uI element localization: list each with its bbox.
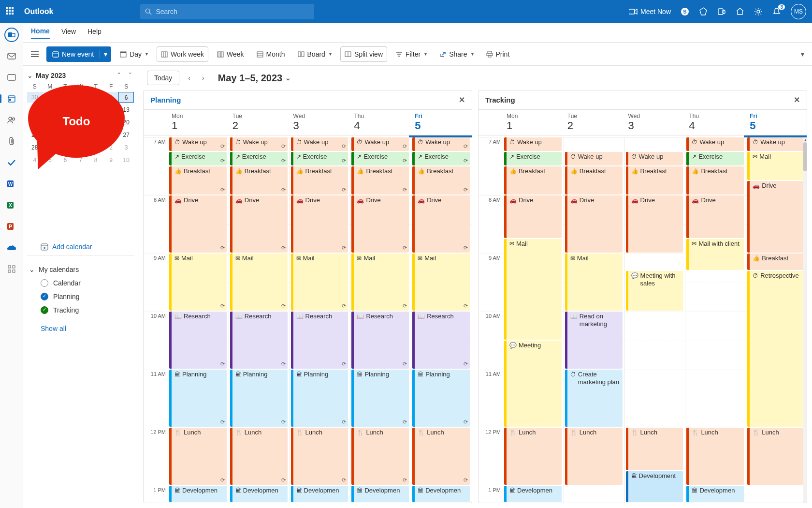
calendar-event[interactable]: ✉Mail⟳ [230,254,288,311]
calendar-event[interactable]: 👍Breakfast [747,254,805,270]
calendar-event[interactable]: ⏱Wake up [565,152,623,165]
calendar-event[interactable]: 🍴Lunch⟳ [230,428,288,485]
hamburger-icon[interactable] [28,47,42,61]
calendar-event[interactable]: 🍴Lunch [747,428,805,485]
outbox-icon[interactable] [736,7,744,16]
scrollbar[interactable]: ▴ [803,137,807,503]
next-week[interactable]: › [199,72,207,84]
calendar-event[interactable]: ⏱Wake up⟳ [291,137,348,151]
add-calendar-link[interactable]: Add calendar [41,243,132,251]
day-column[interactable]: ⏱Wake up⟳↗Exercise⟳👍Breakfast⟳🚗Drive⟳✉Ma… [290,137,350,503]
calendar-event[interactable]: 🚗Drive [686,195,744,238]
rail-excel[interactable]: X [3,196,20,214]
calendar-event[interactable]: 🚗Drive [565,195,623,253]
view-work-week[interactable]: Work week [157,46,208,62]
calendar-event[interactable]: ✉Mail⟳ [351,254,409,311]
day-column[interactable]: ⏱Wake up✉Mail🚗Drive👍Breakfast⏱Retrospect… [746,137,807,503]
view-month[interactable]: Month [253,46,289,62]
day-column[interactable]: ⏱Wake up⟳↗Exercise⟳👍Breakfast⟳🚗Drive⟳✉Ma… [411,137,472,503]
calendar-event[interactable]: ↗Exercise⟳ [291,152,348,165]
calendar-entry-tracking[interactable]: Tracking [27,303,134,317]
day-header[interactable]: Fri5 [746,110,807,135]
calendar-event[interactable]: 📖Research⟳ [230,312,288,369]
day-column[interactable]: ⏱Wake up↗Exercise👍Breakfast🚗Drive✉Mail w… [685,137,746,503]
calendar-event[interactable]: 👍Breakfast⟳ [351,166,409,194]
day-column[interactable]: ⏱Wake up⟳↗Exercise⟳👍Breakfast⟳🚗Drive⟳✉Ma… [350,137,411,503]
rail-mail[interactable] [3,47,20,65]
prev-week[interactable]: ‹ [185,72,193,84]
calendar-event[interactable]: ✉Mail⟳ [412,254,470,311]
print-button[interactable]: Print [482,46,514,62]
rail-more-apps[interactable] [3,260,20,278]
day-header[interactable]: Tue2 [229,110,290,135]
rail-people[interactable] [3,111,20,129]
premium-icon[interactable] [699,7,708,16]
calendar-event[interactable]: 👍Breakfast⟳ [412,166,470,194]
calendar-entry-calendar[interactable]: Calendar [27,276,134,290]
calendar-event[interactable]: ↗Exercise⟳ [351,152,409,165]
calendar-event[interactable]: 🍴Lunch [686,428,744,485]
new-event-button[interactable]: New event ▾ [46,46,111,62]
rail-word[interactable]: W [3,175,20,193]
calendar-event[interactable]: 👍Breakfast⟳ [291,166,348,194]
calendar-event[interactable]: 🍴Lunch [504,428,562,485]
day-column[interactable]: ⏱Wake up⟳↗Exercise⟳👍Breakfast⟳🚗Drive⟳✉Ma… [168,137,229,503]
calendar-event[interactable]: 🏛Developmen [169,486,227,502]
day-column[interactable]: ⏱Wake up↗Exercise👍Breakfast🚗Drive✉Mail💬M… [503,137,564,503]
calendar-entry-planning[interactable]: Planning [27,290,134,303]
day-header[interactable]: Mon1 [168,110,229,135]
calendar-event[interactable]: 🏛Developmen [686,486,744,502]
filter-button[interactable]: Filter▾ [392,46,431,62]
chevron-down-icon[interactable]: ⌄ [27,72,33,79]
calendar-event[interactable]: ↗Exercise⟳ [412,152,470,165]
calendar-event[interactable]: 📖Research⟳ [412,312,470,369]
rail-onedrive[interactable] [3,239,20,256]
calendar-event[interactable]: 👍Breakfast⟳ [230,166,288,194]
calendar-event[interactable]: 🏛Planning⟳ [169,370,227,427]
day-column[interactable]: ⏱Wake up👍Breakfast🚗Drive💬Meeting with sa… [624,137,685,503]
mini-cal-day[interactable]: 8 [88,155,103,165]
calendar-event[interactable]: 🏛Development [626,471,683,502]
day-column[interactable]: ⏱Wake up⟳↗Exercise⟳👍Breakfast⟳🚗Drive⟳✉Ma… [229,137,290,503]
calendar-event[interactable]: 🚗Drive [626,195,683,253]
rail-powerpoint[interactable]: P [3,218,20,235]
calendar-event[interactable]: ✉Mail [747,152,805,180]
calendar-event[interactable]: 📖Research⟳ [291,312,348,369]
calendar-event[interactable]: ⏱Wake up [747,137,805,151]
calendar-event[interactable]: 🏛Developmen [504,486,562,502]
meet-now-button[interactable]: Meet Now [629,7,671,16]
calendar-event[interactable]: 👍Breakfast [626,166,683,194]
toolbar-overflow[interactable]: ▾ [798,50,807,58]
calendar-event[interactable]: 🚗Drive⟳ [230,195,288,253]
calendar-event[interactable]: 🏛Planning⟳ [230,370,288,427]
app-launcher-icon[interactable] [6,7,15,16]
calendar-event[interactable]: 🚗Drive⟳ [169,195,227,253]
teams-icon[interactable] [717,7,726,16]
calendar-event[interactable]: ↗Exercise⟳ [169,152,227,165]
tab-view[interactable]: View [61,28,76,38]
calendar-event[interactable]: ✉Mail⟳ [291,254,348,311]
show-all-link[interactable]: Show all [41,325,132,332]
calendar-event[interactable]: 🍴Lunch [626,428,683,470]
mini-cal-prev[interactable]: ˄ [116,71,123,80]
calendar-event[interactable]: 🚗Drive⟳ [351,195,409,253]
close-view-icon[interactable]: ✕ [459,95,465,105]
calendar-event[interactable]: ⏱Wake up⟳ [230,137,288,151]
day-header[interactable]: Tue2 [564,110,624,135]
calendar-event[interactable]: ⏱Wake up [626,152,683,165]
close-view-icon[interactable]: ✕ [794,95,800,105]
mini-cal-day[interactable]: 6 [118,92,134,103]
calendar-event[interactable]: ↗Exercise⟳ [230,152,288,165]
view-board[interactable]: Board▾ [294,46,335,62]
calendar-event[interactable]: ⏱Wake up⟳ [351,137,409,151]
rail-calendar[interactable] [3,90,20,107]
calendar-event[interactable]: ↗Exercise [504,152,562,165]
calendar-event[interactable]: ✉Mail [504,239,562,340]
rail-files[interactable] [3,133,20,150]
calendar-event[interactable]: 🏛Planning⟳ [291,370,348,427]
calendar-event[interactable]: 🏛Developmen [412,486,470,502]
calendar-event[interactable]: ✉Mail with client [686,239,744,270]
calendar-event[interactable]: ⏱Create marketing plan [565,370,623,427]
rail-send[interactable] [3,69,20,86]
calendar-event[interactable]: ⏱Retrospective [747,271,805,427]
